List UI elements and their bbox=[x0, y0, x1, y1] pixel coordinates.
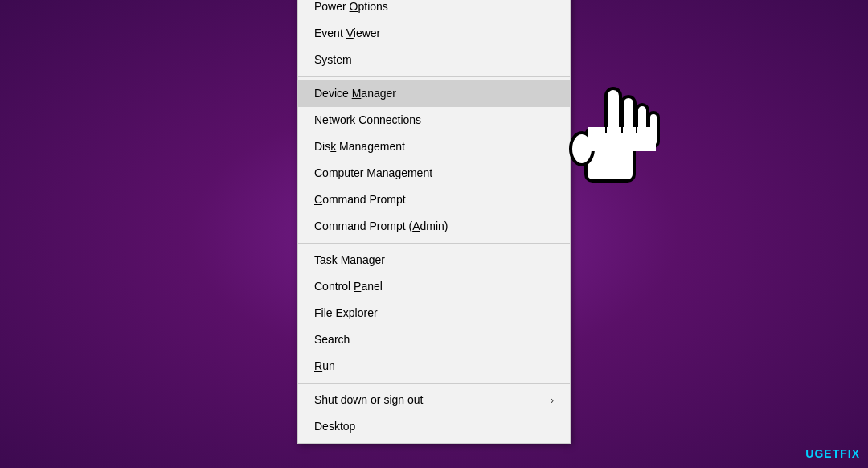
menu-item-network-connections[interactable]: Network Connections bbox=[298, 107, 570, 133]
context-menu: Programs and Features Power Options Even… bbox=[297, 0, 571, 444]
context-menu-wrapper: Programs and Features Power Options Even… bbox=[297, 0, 571, 444]
svg-rect-4 bbox=[649, 113, 658, 146]
watermark-prefix: UG bbox=[805, 447, 824, 460]
menu-item-disk-management[interactable]: Disk Management bbox=[298, 133, 570, 160]
svg-rect-3 bbox=[637, 105, 648, 145]
menu-item-shutdown[interactable]: Shut down or sign out › bbox=[298, 387, 570, 413]
watermark-highlight: ET bbox=[824, 447, 840, 460]
svg-rect-0 bbox=[586, 129, 634, 181]
watermark: UGETFIX bbox=[805, 447, 860, 460]
menu-item-run[interactable]: Run bbox=[298, 353, 570, 380]
menu-item-control-panel[interactable]: Control Panel bbox=[298, 273, 570, 300]
menu-item-command-prompt[interactable]: Command Prompt bbox=[298, 187, 570, 213]
menu-item-computer-management[interactable]: Computer Management bbox=[298, 160, 570, 187]
submenu-arrow-icon: › bbox=[551, 393, 554, 408]
shutdown-label: Shut down or sign out bbox=[314, 392, 423, 408]
svg-rect-6 bbox=[588, 127, 656, 151]
menu-item-command-prompt-admin[interactable]: Command Prompt (Admin) bbox=[298, 213, 570, 240]
watermark-suffix: FIX bbox=[840, 447, 860, 460]
svg-point-5 bbox=[571, 133, 593, 165]
menu-item-file-explorer[interactable]: File Explorer bbox=[298, 300, 570, 326]
separator-2 bbox=[298, 243, 570, 244]
menu-item-search[interactable]: Search bbox=[298, 326, 570, 353]
menu-item-system[interactable]: System bbox=[298, 47, 570, 73]
separator-3 bbox=[298, 383, 570, 384]
separator-1 bbox=[298, 76, 570, 77]
svg-rect-2 bbox=[622, 96, 635, 141]
menu-item-power-options[interactable]: Power Options bbox=[298, 0, 570, 20]
hand-cursor-icon bbox=[562, 72, 666, 201]
menu-item-desktop[interactable]: Desktop bbox=[298, 413, 570, 440]
svg-rect-1 bbox=[606, 88, 620, 137]
menu-item-event-viewer[interactable]: Event Viewer bbox=[298, 20, 570, 47]
menu-item-device-manager[interactable]: Device Manager bbox=[298, 80, 570, 107]
menu-item-task-manager[interactable]: Task Manager bbox=[298, 247, 570, 273]
